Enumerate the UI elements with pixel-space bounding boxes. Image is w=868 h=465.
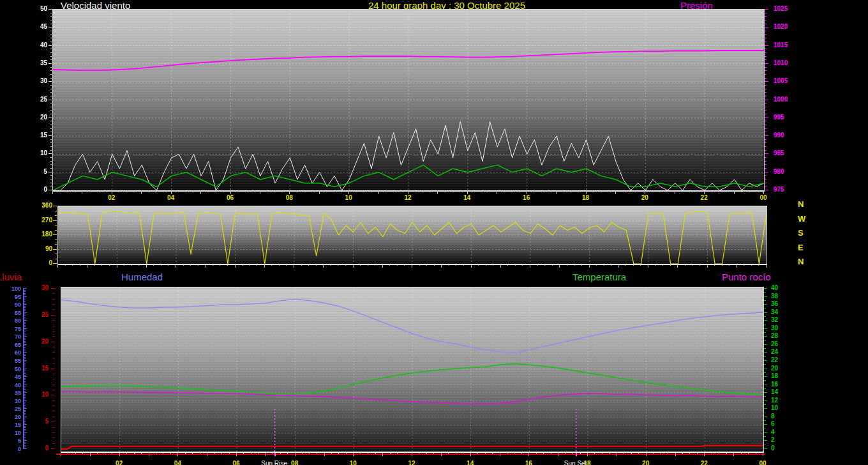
x-tick bbox=[257, 264, 257, 266]
x-tick bbox=[243, 453, 244, 454]
x-tick bbox=[504, 191, 505, 192]
wind-axis-label: 10 bbox=[31, 150, 47, 156]
x-tick bbox=[134, 191, 135, 192]
x-tick-label: 00 bbox=[760, 194, 767, 201]
x-tick bbox=[652, 191, 653, 192]
x-tick-label: 22 bbox=[701, 460, 708, 465]
y-tick bbox=[49, 45, 52, 46]
y-tick bbox=[50, 179, 52, 179]
rain-tick bbox=[53, 331, 55, 332]
x-tick-label: 10 bbox=[350, 460, 357, 465]
x-tick bbox=[722, 264, 722, 266]
x-tick bbox=[331, 453, 332, 454]
y-tick bbox=[50, 164, 52, 165]
x-tick bbox=[104, 191, 105, 192]
x-tick bbox=[625, 264, 626, 266]
x-tick bbox=[326, 191, 327, 192]
humidity-tick bbox=[24, 386, 26, 386]
x-tick bbox=[323, 264, 324, 268]
rain-axis-label: 20 bbox=[33, 339, 49, 345]
wind-axis-label: 15 bbox=[31, 132, 47, 139]
x-tick bbox=[707, 264, 708, 268]
rain-tick bbox=[53, 411, 55, 411]
y-tick bbox=[50, 96, 52, 96]
temperature-tick bbox=[764, 448, 767, 449]
humidity-tick bbox=[24, 363, 26, 364]
x-tick bbox=[558, 453, 558, 456]
direction-axis-label: 180 bbox=[36, 231, 52, 238]
sun-tick bbox=[576, 453, 577, 456]
humidity-tick bbox=[24, 351, 26, 351]
temperature-tick bbox=[764, 360, 767, 361]
pressure-tick bbox=[765, 153, 768, 154]
pressure-tick bbox=[765, 132, 767, 132]
x-tick-label: 14 bbox=[463, 194, 470, 201]
wind-axis-label: 20 bbox=[31, 114, 47, 121]
x-tick bbox=[94, 264, 95, 266]
y-tick bbox=[50, 175, 52, 176]
temperature-tick bbox=[764, 429, 766, 429]
x-tick bbox=[126, 191, 127, 192]
x-tick bbox=[97, 191, 98, 192]
rain-tick bbox=[53, 293, 55, 294]
x-tick bbox=[534, 191, 534, 192]
humidity-tick bbox=[24, 420, 26, 420]
pressure-tick bbox=[765, 31, 767, 31]
x-tick bbox=[572, 453, 573, 454]
humidity-tick bbox=[24, 312, 27, 313]
temperature-tick bbox=[764, 292, 766, 293]
humidity-tick bbox=[24, 443, 26, 444]
x-tick bbox=[353, 264, 354, 268]
x-tick bbox=[631, 453, 632, 454]
x-tick bbox=[176, 264, 176, 268]
x-tick bbox=[75, 191, 75, 192]
humidity-tick bbox=[24, 344, 27, 345]
x-tick bbox=[697, 191, 698, 192]
y-tick bbox=[50, 92, 52, 93]
x-tick bbox=[675, 191, 675, 194]
temperature-tick bbox=[764, 328, 767, 329]
x-tick bbox=[375, 453, 376, 454]
x-tick bbox=[280, 453, 281, 454]
x-tick bbox=[341, 191, 342, 192]
x-tick bbox=[615, 191, 616, 194]
x-tick bbox=[729, 264, 730, 266]
humidity-tick bbox=[24, 296, 27, 297]
humidity-tick bbox=[24, 373, 26, 374]
x-tick bbox=[87, 264, 87, 268]
x-tick bbox=[511, 191, 512, 192]
pressure-axis-label: 1020 bbox=[774, 24, 788, 30]
x-tick bbox=[198, 264, 198, 266]
humidity-tick bbox=[24, 325, 26, 326]
x-tick bbox=[250, 264, 250, 266]
temperature-tick bbox=[764, 440, 767, 441]
rain-tick bbox=[53, 363, 55, 363]
y-tick bbox=[50, 121, 52, 121]
temperature-tick bbox=[764, 396, 766, 397]
y-tick bbox=[50, 38, 52, 38]
pressure-tick bbox=[765, 96, 767, 96]
x-tick bbox=[389, 264, 390, 266]
x-tick bbox=[382, 453, 383, 456]
humidity-tick bbox=[24, 434, 26, 434]
x-tick bbox=[193, 191, 193, 192]
x-tick bbox=[587, 453, 588, 456]
direction-tick bbox=[55, 230, 57, 231]
x-tick bbox=[207, 453, 207, 456]
x-tick bbox=[220, 264, 220, 266]
humidity-tick bbox=[24, 411, 26, 412]
pressure-tick bbox=[765, 150, 767, 151]
humidity-axis-label: 10 bbox=[5, 430, 21, 436]
temperature-axis-label: 0 bbox=[771, 445, 775, 452]
x-tick bbox=[415, 191, 416, 192]
temperature-tick bbox=[764, 416, 767, 417]
x-tick bbox=[580, 453, 581, 454]
pressure-tick bbox=[765, 45, 768, 46]
pressure-tick bbox=[765, 59, 767, 60]
pressure-tick bbox=[765, 157, 767, 158]
x-tick bbox=[660, 191, 661, 192]
rain-tick bbox=[53, 374, 55, 374]
y-tick bbox=[50, 150, 52, 151]
temperature-tick bbox=[764, 336, 767, 337]
humidity-tick bbox=[24, 333, 26, 333]
